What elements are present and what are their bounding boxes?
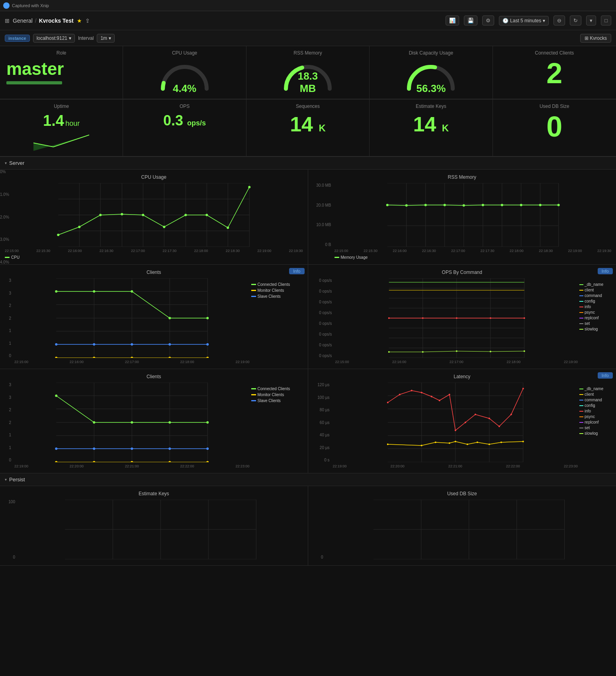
svg-point-136 xyxy=(411,390,412,391)
svg-point-69 xyxy=(55,357,57,358)
monitor-color xyxy=(251,290,256,291)
rss-label: RSS Memory xyxy=(253,50,363,56)
svg-point-121 xyxy=(168,461,171,462)
svg-point-70 xyxy=(93,357,95,358)
breadcrumb: General / Kvrocks Test xyxy=(13,18,74,24)
ops-cell: OPS 0.3 ops/s xyxy=(123,100,246,156)
breadcrumb-separator: / xyxy=(35,18,37,24)
cpu-gauge: 4.4% xyxy=(157,59,213,95)
svg-point-111 xyxy=(168,421,171,424)
svg-point-63 xyxy=(206,317,209,319)
interval-value: 1m xyxy=(100,35,107,41)
svg-point-92 xyxy=(388,351,389,353)
server-section-header[interactable]: ▾ Server xyxy=(0,157,616,170)
breadcrumb-parent[interactable]: General xyxy=(13,18,33,24)
interval-dropdown[interactable]: 1m ▾ xyxy=(97,34,115,43)
uptime-cell: Uptime 1.4 hour xyxy=(0,100,123,156)
used-db-svg xyxy=(327,500,612,559)
ops-x-axis: 22:15:00 22:16:00 22:17:00 22:18:00 22:1… xyxy=(335,360,578,364)
ops-chart-area: 0 ops/s 0 ops/s 0 ops/s 0 ops/s 0 ops/s … xyxy=(313,278,612,364)
used-db-svg-container xyxy=(327,500,612,561)
clients-2-legend: Connected Clients Monitor Clients Slave … xyxy=(251,383,303,468)
svg-point-39 xyxy=(405,204,407,207)
rss-memory-cell: RSS Memory 18.3 MB xyxy=(246,46,370,99)
clients-2-y-axis: 0 1 1 2 2 3 3 xyxy=(5,383,13,462)
time-chevron-icon: ▾ xyxy=(543,18,545,23)
share-icon[interactable]: ⇪ xyxy=(85,18,90,24)
disk-capacity-cell: Disk Capacity Usage 56.3% xyxy=(370,46,493,99)
uptime-sparkline xyxy=(33,131,89,151)
cpu-chart-title: CPU Usage xyxy=(5,174,303,180)
estimate-y-axis: 0 100 xyxy=(5,500,17,559)
svg-point-73 xyxy=(206,357,209,358)
est-keys-unit: K xyxy=(442,123,449,133)
host-dropdown[interactable]: localhost:9121 ▾ xyxy=(33,34,75,43)
server-section-label: Server xyxy=(9,160,24,166)
star-icon[interactable]: ★ xyxy=(77,18,82,24)
svg-point-138 xyxy=(430,396,432,397)
rss-legend-label: Memory Usage xyxy=(341,255,368,260)
chevron-down-btn[interactable]: ▾ xyxy=(586,16,596,25)
svg-point-144 xyxy=(488,418,490,419)
cpu-label: CPU Usage xyxy=(129,50,239,56)
used-db-value: 0 xyxy=(499,112,610,141)
svg-point-61 xyxy=(131,290,133,293)
zoom-out-btn[interactable]: ⊖ xyxy=(553,16,565,25)
estimate-keys-cell: Estimate Keys 14 K xyxy=(370,100,493,156)
svg-point-154 xyxy=(476,442,478,443)
cpu-legend-color xyxy=(5,257,10,258)
clients2-latency-row: Clients 0 1 1 2 2 3 3 xyxy=(0,369,616,473)
refresh-btn[interactable]: ↻ xyxy=(570,16,581,25)
uptime-unit: hour xyxy=(65,119,80,127)
svg-point-91 xyxy=(523,317,525,319)
svg-point-120 xyxy=(131,461,133,462)
sequences-number: 14 xyxy=(290,113,313,136)
svg-point-157 xyxy=(522,441,524,442)
svg-point-88 xyxy=(422,317,423,319)
stats-row-2: Uptime 1.4 hour OPS 0.3 ops/s Sequences … xyxy=(0,100,616,157)
tv-btn[interactable]: □ xyxy=(601,16,611,25)
svg-point-95 xyxy=(489,351,491,352)
used-db-size-title: Used DB Size xyxy=(313,491,612,496)
clients-1-title: Clients xyxy=(5,270,303,275)
svg-point-115 xyxy=(131,447,133,450)
slave-color xyxy=(251,296,256,297)
svg-point-113 xyxy=(55,447,57,450)
instance-tag[interactable]: instance xyxy=(5,35,30,42)
time-range-label: Last 5 minutes xyxy=(510,18,541,23)
svg-point-141 xyxy=(454,430,456,431)
role-bar xyxy=(6,81,62,84)
svg-point-44 xyxy=(501,204,503,206)
grid-icon[interactable]: ⊞ xyxy=(5,18,10,24)
svg-point-90 xyxy=(489,317,491,319)
ops-unit: ops/s xyxy=(187,119,206,127)
latency-info-badge[interactable]: Info xyxy=(598,372,613,379)
estimate-svg-container xyxy=(18,500,303,561)
used-db-y-axis: 0 xyxy=(313,500,325,559)
clients-2-svg-container: 22:19:00 22:20:00 22:21:00 22:22:00 22:2… xyxy=(14,383,250,468)
svg-point-152 xyxy=(454,441,456,442)
svg-point-42 xyxy=(462,204,465,207)
chart-toolbar-btn[interactable]: 📊 xyxy=(446,16,459,25)
clients-2-svg xyxy=(14,383,250,462)
ops-svg xyxy=(335,278,578,358)
save-toolbar-btn[interactable]: 💾 xyxy=(464,16,477,25)
est-keys-value: 14 K xyxy=(376,112,486,136)
time-range-picker[interactable]: 🕐 Last 5 minutes ▾ xyxy=(499,16,549,25)
clients-1-info-badge[interactable]: Info xyxy=(289,268,304,274)
svg-point-59 xyxy=(55,290,57,293)
ops-label: OPS xyxy=(129,104,239,109)
svg-point-20 xyxy=(163,226,165,228)
clock-icon: 🕐 xyxy=(503,18,508,23)
gear-toolbar-btn[interactable]: ⚙ xyxy=(482,16,494,25)
svg-point-94 xyxy=(456,350,457,352)
main-header: ⊞ General / Kvrocks Test ★ ⇪ 📊 💾 ⚙ 🕐 Las… xyxy=(0,11,616,30)
est-keys-number: 14 xyxy=(413,113,436,136)
clients-chart-2: Clients 0 1 1 2 2 3 3 xyxy=(0,369,308,473)
persist-section-header[interactable]: ▾ Persist xyxy=(0,473,616,486)
krocks-button[interactable]: ⊞ Kvrocks xyxy=(580,34,611,43)
ops-info-badge[interactable]: Info xyxy=(598,268,613,274)
svg-point-72 xyxy=(168,357,171,358)
host-chevron-icon: ▾ xyxy=(69,35,71,41)
svg-point-22 xyxy=(205,214,208,216)
